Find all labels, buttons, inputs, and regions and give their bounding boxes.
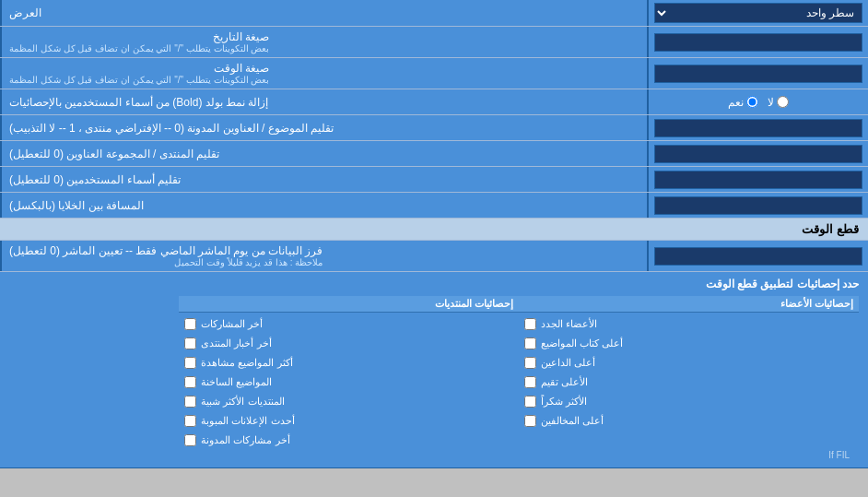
time-format-label: صيغة الوقت بعض التكوينات يتطلب "/" التي … [0,58,647,89]
fetch-row: 0 فرز البيانات من يوم الماشر الماضي فقط … [0,241,868,272]
bold-no-label[interactable]: لا [768,96,789,109]
date-format-label: صيغة التاريخ بعض التكوينات يتطلب "/" الت… [0,27,647,57]
date-format-field[interactable]: d-m [654,33,862,52]
stats-col-forums: إحصائيات المنتديات أخر المشاركات أخر أخب… [179,296,519,448]
topic-title-count-row: 33 تقليم الموضوع / العناوين المدونة (0 -… [0,115,868,141]
date-format-input[interactable]: d-m [647,27,868,57]
stats-item-most-viewed: أكثر المواضيع مشاهدة [179,355,519,371]
stats-item-top-callers: أعلى الداعين [519,355,859,371]
forum-title-count-label: تقليم المنتدى / المجموعة العناوين (0 للت… [0,141,647,166]
checkbox-similar-forums[interactable] [184,396,196,408]
stats-col-empty [9,296,179,448]
display-mode-select[interactable]: سطر واحد سطرين ثلاثة أسطر [654,3,862,23]
stats-item-similar-forums: المنتديات الأكثر شبية [179,394,519,409]
topic-title-count-label: تقليم الموضوع / العناوين المدونة (0 -- ا… [0,115,647,140]
stats-item-top-writers: أعلى كتاب المواضيع [519,336,859,351]
time-format-row: H:i صيغة الوقت بعض التكوينات يتطلب "/" ا… [0,58,868,89]
time-format-input[interactable]: H:i [647,58,868,89]
cell-spacing-row: 2 المسافة بين الخلايا (بالبكسل) [0,193,868,219]
checkbox-top-callers[interactable] [524,357,536,369]
stats-col1-header: إحصائيات المنتديات [179,296,519,313]
stats-col2-header: إحصائيات الأعضاء [519,296,859,313]
forum-title-count-input[interactable]: 33 [647,141,868,166]
fetch-field[interactable]: 0 [654,247,862,266]
realtime-section-header: قطع الوقت [0,219,868,241]
checkbox-most-viewed[interactable] [184,357,196,369]
bold-remove-row: لا نعم إزالة نمط بولد (Bold) من أسماء ال… [0,89,868,115]
fetch-label: فرز البيانات من يوم الماشر الماضي فقط --… [0,241,647,271]
checkbox-new-members[interactable] [524,318,536,330]
display-mode-label: العرض [0,0,647,26]
stats-item-most-thanks: الأكثر شكراً [519,394,859,409]
stats-item-top-violators: أعلى المخالفين [519,413,859,429]
stats-item-hot-topics: المواضيع الساخنة [179,374,519,390]
bold-yes-radio[interactable] [746,96,758,108]
checkbox-latest-ads[interactable] [184,415,196,427]
time-format-field[interactable]: H:i [654,65,862,83]
username-trim-input[interactable]: 0 [647,167,868,192]
cell-spacing-label: المسافة بين الخلايا (بالبكسل) [0,193,647,218]
date-format-row: d-m صيغة التاريخ بعض التكوينات يتطلب "/"… [0,27,868,58]
checkbox-last-news[interactable] [184,337,196,349]
cell-spacing-input[interactable]: 2 [647,193,868,218]
if-fil-text: If FIL [9,448,859,462]
username-trim-row: 0 تقليم أسماء المستخدمين (0 للتعطيل) [0,167,868,193]
username-trim-label: تقليم أسماء المستخدمين (0 للتعطيل) [0,167,647,192]
stats-section: حدد إحصائيات لتطبيق قطع الوقت إحصائيات ا… [0,272,868,468]
bold-remove-input[interactable]: لا نعم [647,89,868,114]
bold-remove-label: إزالة نمط بولد (Bold) من أسماء المستخدمي… [0,89,647,114]
checkbox-hot-topics[interactable] [184,376,196,388]
display-mode-row: سطر واحد سطرين ثلاثة أسطر العرض [0,0,868,27]
cell-spacing-field[interactable]: 2 [654,196,862,215]
forum-title-count-row: 33 تقليم المنتدى / المجموعة العناوين (0 … [0,141,868,167]
stats-item-last-news: أخر أخبار المنتدى [179,336,519,351]
bold-no-radio[interactable] [777,96,789,108]
checkbox-top-rated[interactable] [524,376,536,388]
checkbox-last-posts[interactable] [184,318,196,330]
checkbox-most-thanks[interactable] [524,396,536,408]
stats-section-header: حدد إحصائيات لتطبيق قطع الوقت [9,278,859,290]
topic-title-count-field[interactable]: 33 [654,119,862,137]
checkbox-top-violators[interactable] [524,415,536,427]
bold-yes-label[interactable]: نعم [728,96,758,109]
forum-title-count-field[interactable]: 33 [654,145,862,163]
checkbox-top-writers[interactable] [524,337,536,349]
stats-item-top-rated: الأعلى تقيم [519,374,859,390]
topic-title-count-input[interactable]: 33 [647,115,868,140]
stats-grid: إحصائيات الأعضاء الأعضاء الجدد أعلى كتاب… [9,296,859,448]
stats-item-last-posts: أخر المشاركات [179,316,519,332]
fetch-input[interactable]: 0 [647,241,868,271]
checkbox-last-blog-posts[interactable] [184,434,196,446]
stats-item-last-blog-posts: أخر مشاركات المدونة [179,432,519,448]
stats-item-latest-ads: أحدث الإعلانات المبوبة [179,413,519,429]
display-mode-input[interactable]: سطر واحد سطرين ثلاثة أسطر [647,0,868,26]
username-trim-field[interactable]: 0 [654,171,862,189]
stats-col-members: إحصائيات الأعضاء الأعضاء الجدد أعلى كتاب… [519,296,859,448]
stats-item-new-members: الأعضاء الجدد [519,316,859,332]
